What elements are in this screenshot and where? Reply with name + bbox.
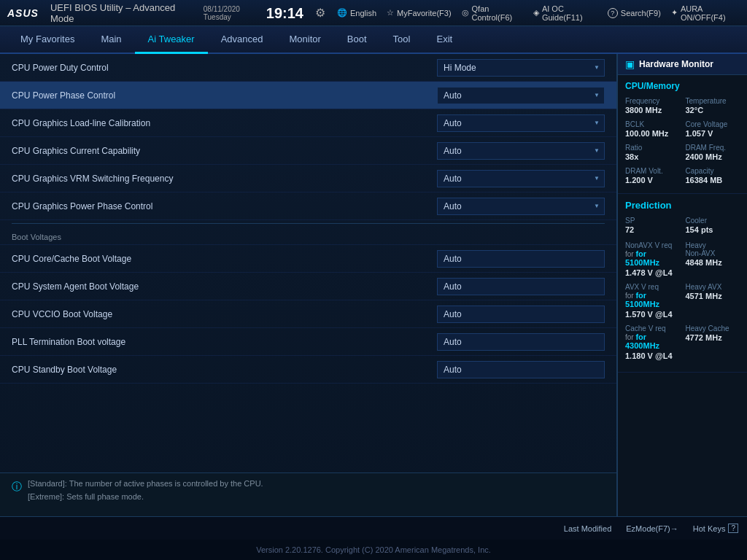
nav-tool[interactable]: Tool (380, 26, 424, 54)
right-panel: ▣ Hardware Monitor CPU/Memory Frequency … (617, 54, 747, 516)
cpu-graphics-current-dropdown[interactable]: Auto (437, 142, 605, 160)
sp-value: 72 (625, 225, 680, 234)
heavy-non-avx-sublabel: Non-AVX (686, 249, 740, 257)
prediction-title: Prediction (625, 200, 740, 211)
setting-row-cpu-graphics-llc: CPU Graphics Load-line Calibration Auto (0, 109, 616, 137)
cpu-graphics-llc-dropdown[interactable]: Auto (437, 114, 605, 132)
datetime: 08/11/2020 Tuesday (204, 5, 255, 21)
top-bar-icons: 🌐 English ☆ MyFavorite(F3) ◎ Qfan Contro… (337, 4, 740, 22)
hot-keys-button[interactable]: Hot Keys ? (693, 524, 738, 533)
cpu-system-agent-label: CPU System Agent Boot Voltage (12, 281, 437, 292)
hw-ratio: Ratio 38x (625, 144, 680, 161)
avx-voltage: 1.570 V @L4 (625, 310, 680, 319)
cpu-graphics-power-phase-label: CPU Graphics Power Phase Control (12, 201, 437, 211)
frequency-value: 3800 MHz (625, 106, 680, 114)
cpu-standby-control: Auto (437, 361, 605, 378)
dram-freq-label: DRAM Freq. (686, 144, 740, 152)
cpu-vccio-label: CPU VCCIO Boot Voltage (12, 309, 437, 319)
setting-row-cpu-power-phase: CPU Power Phase Control Auto (0, 82, 616, 109)
avx-right: Heavy AVX 4571 MHz (686, 283, 740, 319)
cpu-graphics-power-phase-value: Auto (444, 201, 462, 211)
cache-left: Cache V req for for 4300MHz 1.180 V @L4 (625, 324, 680, 360)
time-display: 19:14 (266, 6, 303, 20)
settings-icon[interactable]: ⚙ (315, 6, 325, 20)
cpu-power-duty-dropdown[interactable]: Hi Mode (437, 59, 605, 77)
hw-core-voltage: Core Voltage 1.057 V (686, 120, 740, 138)
aura-label: AURA ON/OFF(F4) (681, 4, 740, 22)
non-avx-freq: for 5100MHz (625, 249, 659, 267)
last-modified-label: Last Modified (564, 524, 611, 533)
cpu-core-cache-input[interactable]: Auto (437, 250, 605, 268)
cpu-system-agent-input[interactable]: Auto (437, 278, 605, 295)
search-button[interactable]: ? Search(F9) (608, 8, 661, 18)
english-button[interactable]: 🌐 English (337, 8, 376, 18)
heavy-cache-label: Heavy Cache (686, 324, 740, 332)
pred-sp: SP 72 (625, 217, 680, 234)
nav-exit[interactable]: Exit (423, 26, 465, 54)
aura-button[interactable]: ✦ AURA ON/OFF(F4) (671, 4, 740, 22)
info-icon: ⓘ (12, 478, 22, 494)
temperature-label: Temperature (686, 97, 740, 105)
info-line1: [Standard]: The number of active phases … (28, 478, 263, 491)
cpu-system-agent-value: Auto (444, 281, 462, 292)
hw-dram-volt: DRAM Volt. 1.200 V (625, 167, 680, 184)
prediction-section: Prediction SP 72 Cooler 154 pts N (618, 194, 747, 373)
heavy-avx-label: Heavy AVX (686, 283, 740, 291)
left-panel: CPU Power Duty Control Hi Mode CPU Power… (0, 54, 617, 516)
cpu-power-phase-control: Auto (437, 87, 605, 104)
date-display: 08/11/2020 (204, 5, 240, 13)
pred-cooler: Cooler 154 pts (686, 217, 740, 234)
aioc-button[interactable]: ◈ AI OC Guide(F11) (533, 4, 597, 22)
pred-sp-row: SP 72 Cooler 154 pts (625, 217, 740, 237)
capacity-value: 16384 MB (686, 176, 740, 184)
nav-boot[interactable]: Boot (334, 26, 380, 54)
hot-keys-icon: ? (728, 524, 738, 533)
cpu-graphics-vrm-dropdown[interactable]: Auto (437, 170, 605, 187)
cpu-standby-value: Auto (444, 365, 462, 375)
myfavorite-button[interactable]: ☆ MyFavorite(F3) (387, 8, 452, 18)
settings-list: CPU Power Duty Control Hi Mode CPU Power… (0, 54, 616, 472)
cpu-graphics-llc-control: Auto (437, 114, 605, 132)
qfan-label: Qfan Control(F6) (472, 4, 523, 22)
cpu-power-phase-dropdown[interactable]: Auto (437, 87, 605, 104)
dram-volt-value: 1.200 V (625, 176, 680, 184)
last-modified-button[interactable]: Last Modified (564, 524, 611, 533)
nav-advanced[interactable]: Advanced (208, 26, 276, 54)
english-label: English (350, 9, 376, 18)
cpu-graphics-current-value: Auto (444, 146, 462, 156)
hw-monitor-title-text: Hardware Monitor (639, 59, 713, 69)
setting-row-cpu-core-cache: CPU Core/Cache Boot Voltage Auto (0, 245, 616, 273)
setting-row-cpu-graphics-vrm: CPU Graphics VRM Switching Frequency Aut… (0, 165, 616, 192)
nav-main[interactable]: Main (88, 26, 134, 54)
ratio-label: Ratio (625, 144, 680, 152)
cpu-graphics-power-phase-control: Auto (437, 198, 605, 215)
avx-block: AVX V req for for 5100MHz 1.570 V @L4 He… (625, 283, 740, 319)
cpu-graphics-power-phase-dropdown[interactable]: Auto (437, 198, 605, 215)
info-content: [Standard]: The number of active phases … (28, 478, 263, 503)
ez-mode-button[interactable]: EzMode(F7)→ (626, 524, 678, 533)
pll-input[interactable]: Auto (437, 333, 605, 351)
cpu-graphics-vrm-value: Auto (444, 174, 462, 184)
avx-freq: for 5100MHz (625, 291, 659, 308)
cooler-value: 154 pts (686, 225, 740, 234)
qfan-button[interactable]: ◎ Qfan Control(F6) (462, 4, 523, 22)
cpu-standby-input[interactable]: Auto (437, 361, 605, 378)
setting-row-pll: PLL Termination Boot voltage Auto (0, 328, 616, 356)
myfavorite-label: MyFavorite(F3) (397, 9, 452, 18)
setting-row-cpu-standby: CPU Standby Boot Voltage Auto (0, 356, 616, 384)
cpu-power-duty-control: Hi Mode (437, 59, 605, 77)
cache-label1: Cache V req (625, 324, 680, 332)
core-voltage-label: Core Voltage (686, 120, 740, 128)
sp-label: SP (625, 217, 680, 225)
dram-freq-value: 2400 MHz (686, 152, 740, 161)
hw-frequency: Frequency 3800 MHz (625, 97, 680, 114)
cpu-vccio-input[interactable]: Auto (437, 306, 605, 323)
non-avx-right: Heavy Non-AVX 4848 MHz (686, 241, 740, 277)
non-avx-block: NonAVX V req for for 5100MHz 1.478 V @L4… (625, 241, 740, 277)
nav-monitor[interactable]: Monitor (276, 26, 334, 54)
nav-ai-tweaker[interactable]: Ai Tweaker (135, 26, 208, 54)
nav-my-favorites[interactable]: My Favorites (7, 26, 88, 54)
hw-bclk: BCLK 100.00 MHz (625, 120, 680, 138)
cpu-core-cache-label: CPU Core/Cache Boot Voltage (12, 254, 437, 264)
asus-logo: ASUS (7, 7, 39, 19)
